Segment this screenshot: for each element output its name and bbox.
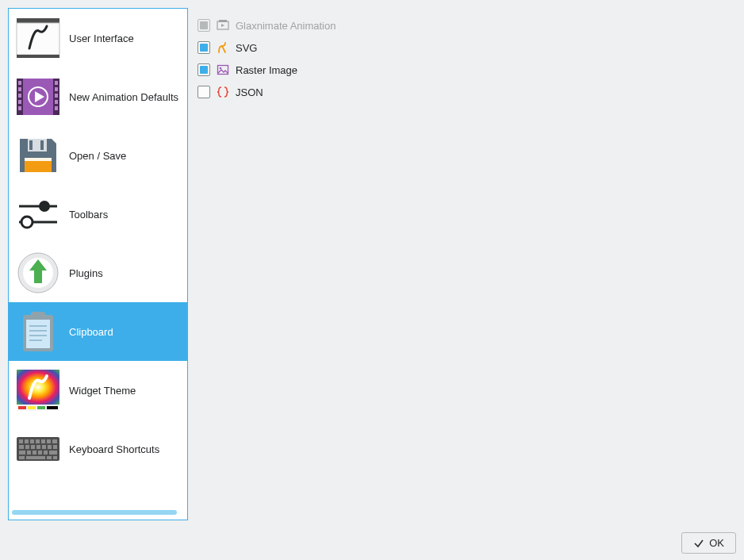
svg-point-69 [220, 67, 222, 70]
option-label: Raster Image [236, 64, 297, 76]
svg-rect-40 [47, 406, 58, 409]
svg-rect-6 [18, 81, 21, 85]
svg-rect-50 [25, 445, 29, 449]
svg-rect-45 [36, 439, 40, 443]
svg-point-25 [21, 217, 33, 228]
svg-icon [217, 41, 229, 54]
svg-rect-8 [18, 94, 21, 98]
svg-rect-10 [18, 106, 21, 110]
sidebar-item-open-save[interactable]: Open / Save [9, 126, 187, 185]
svg-rect-14 [55, 100, 58, 104]
svg-rect-42 [19, 439, 23, 443]
svg-rect-51 [31, 445, 35, 449]
checkbox-raster[interactable] [198, 63, 210, 76]
svg-rect-65 [53, 456, 57, 459]
checkbox-svg[interactable] [198, 41, 210, 54]
svg-rect-62 [19, 456, 25, 459]
svg-rect-30 [31, 312, 45, 320]
svg-rect-7 [18, 87, 21, 91]
svg-rect-11 [55, 81, 58, 85]
sidebar-item-label: Plugins [69, 267, 181, 279]
svg-rect-54 [48, 445, 52, 449]
sidebar-item-user-interface[interactable]: User Interface [9, 9, 187, 67]
svg-rect-12 [55, 87, 58, 91]
sidebar-item-clipboard[interactable]: Clipboard [9, 302, 187, 361]
user-interface-icon [15, 17, 61, 59]
sidebar-item-new-animation-defaults[interactable]: New Animation Defaults [9, 67, 187, 126]
svg-rect-67 [219, 20, 227, 22]
option-label: SVG [236, 42, 257, 54]
svg-rect-49 [19, 445, 24, 449]
sidebar-item-label: Open / Save [69, 150, 181, 162]
option-label: JSON [236, 86, 263, 98]
svg-rect-2 [17, 55, 59, 58]
keyboard-icon [15, 428, 61, 470]
svg-rect-61 [49, 451, 57, 455]
sidebar-item-label: Clipboard [69, 326, 181, 338]
svg-point-23 [39, 201, 50, 212]
glaxnimate-icon [217, 19, 229, 32]
svg-rect-29 [26, 320, 50, 348]
sidebar-item-toolbars[interactable]: Toolbars [9, 185, 187, 244]
checkbox-json[interactable] [198, 86, 210, 98]
sidebar-item-label: Toolbars [69, 209, 181, 221]
option-raster-image[interactable]: Raster Image [198, 59, 727, 81]
svg-rect-15 [55, 106, 58, 110]
option-label: Glaxnimate Animation [236, 20, 336, 32]
svg-rect-58 [33, 451, 36, 455]
svg-rect-21 [25, 158, 52, 161]
svg-rect-60 [44, 451, 48, 455]
option-json[interactable]: JSON [198, 81, 727, 103]
image-icon [217, 63, 229, 76]
save-icon [15, 134, 61, 177]
clipboard-settings-panel: Glaxnimate Animation SVG Raster Image JS… [188, 8, 736, 520]
option-glaxnimate-animation: Glaxnimate Animation [198, 14, 727, 36]
svg-rect-48 [52, 439, 57, 443]
sidebar-item-label: New Animation Defaults [69, 91, 181, 103]
clipboard-icon [15, 310, 61, 353]
json-icon [217, 86, 229, 98]
svg-rect-38 [28, 406, 36, 409]
ok-button-label: OK [709, 537, 724, 549]
sidebar-horizontal-scrollbar[interactable] [12, 508, 184, 516]
svg-rect-53 [42, 445, 46, 449]
sidebar-item-keyboard-shortcuts[interactable]: Keyboard Shortcuts [9, 420, 187, 478]
svg-rect-44 [30, 439, 34, 443]
svg-rect-37 [18, 406, 26, 409]
svg-rect-56 [19, 451, 25, 455]
svg-rect-59 [38, 451, 42, 455]
svg-rect-18 [29, 140, 33, 150]
settings-sidebar: User Interface New Animation Defaults [8, 8, 188, 520]
toolbars-icon [15, 193, 61, 236]
svg-rect-64 [47, 456, 52, 459]
sidebar-item-widget-theme[interactable]: Widget Theme [9, 361, 187, 420]
svg-rect-68 [218, 66, 228, 75]
ok-button[interactable]: OK [681, 532, 736, 554]
svg-rect-55 [53, 445, 57, 449]
sidebar-item-label: User Interface [69, 33, 181, 44]
svg-rect-47 [47, 439, 51, 443]
plugins-icon [15, 251, 61, 294]
svg-rect-57 [27, 451, 31, 455]
svg-rect-9 [18, 100, 21, 104]
svg-rect-1 [17, 23, 59, 55]
svg-rect-35 [17, 370, 59, 405]
animation-defaults-icon [15, 75, 61, 118]
svg-rect-39 [37, 406, 45, 409]
svg-rect-52 [36, 445, 40, 449]
svg-rect-19 [40, 140, 44, 150]
option-svg[interactable]: SVG [198, 36, 727, 59]
svg-rect-63 [26, 456, 45, 459]
sidebar-item-label: Widget Theme [69, 385, 181, 397]
widget-theme-icon [15, 369, 61, 412]
svg-rect-46 [41, 439, 45, 443]
sidebar-item-plugins[interactable]: Plugins [9, 244, 187, 302]
svg-rect-0 [17, 18, 59, 23]
checkbox-glaxnimate [198, 19, 210, 32]
svg-rect-43 [25, 439, 29, 443]
sidebar-item-label: Keyboard Shortcuts [69, 443, 181, 455]
check-icon [693, 538, 704, 549]
svg-rect-13 [55, 94, 58, 98]
